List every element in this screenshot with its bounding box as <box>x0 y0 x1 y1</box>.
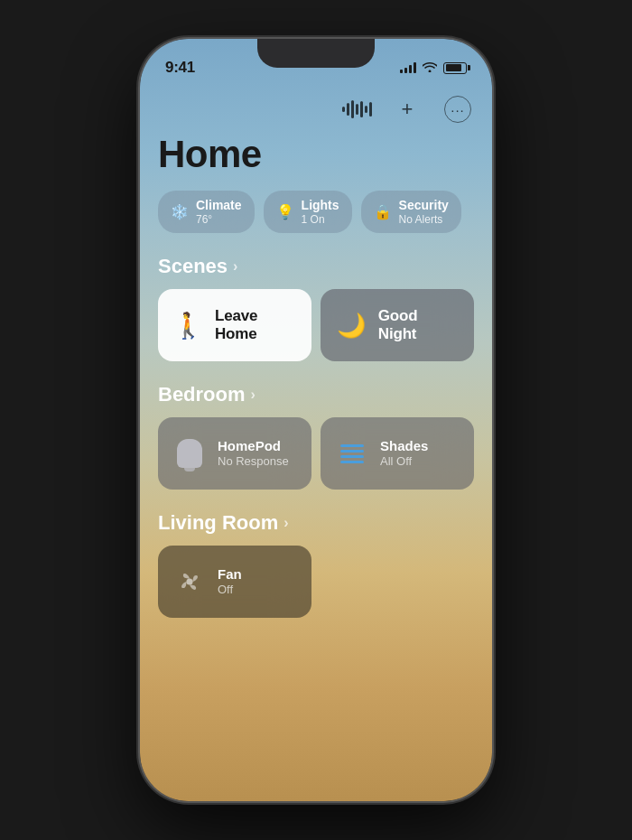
signal-icon <box>400 62 416 73</box>
fan-card[interactable]: Fan Off <box>158 546 311 618</box>
fan-name: Fan <box>218 565 242 583</box>
leave-home-icon: 🚶 <box>172 311 204 341</box>
homepod-status: No Response <box>218 454 289 470</box>
status-icons <box>400 61 467 75</box>
phone-frame: 9:41 <box>140 39 492 801</box>
security-icon: 🔒 <box>374 203 392 220</box>
waveform-icon <box>342 100 372 118</box>
shades-icon-container <box>335 436 369 471</box>
homepod-info: HomePod No Response <box>218 437 289 470</box>
security-label: Security <box>399 198 449 213</box>
more-icon: ··· <box>444 96 471 123</box>
bedroom-section-header[interactable]: Bedroom › <box>140 379 492 417</box>
homepod-name: HomePod <box>218 437 289 455</box>
security-text: Security No Alerts <box>399 198 449 226</box>
add-button[interactable]: + <box>391 93 423 126</box>
scenes-section-header[interactable]: Scenes › <box>140 251 492 289</box>
fan-icon-container <box>172 565 207 599</box>
fan-status: Off <box>218 583 242 598</box>
bedroom-grid: HomePod No Response Shades <box>140 417 492 508</box>
living-room-grid: Fan Off <box>140 546 492 636</box>
shades-name: Shades <box>380 437 428 455</box>
status-time: 9:41 <box>165 59 195 77</box>
scenes-grid: 🚶 Leave Home 🌙 Good Night <box>140 289 492 379</box>
svg-point-0 <box>186 579 192 585</box>
good-night-icon: 🌙 <box>335 312 367 340</box>
category-chips: ❄️ Climate 76° 💡 Lights 1 On 🔒 <box>140 191 492 251</box>
lights-sub: 1 On <box>302 213 339 226</box>
climate-label: Climate <box>196 198 242 213</box>
climate-text: Climate 76° <box>196 198 242 226</box>
living-room-section-header[interactable]: Living Room › <box>140 508 492 546</box>
content: 9:41 <box>140 39 492 801</box>
fan-icon <box>175 567 204 596</box>
shades-icon <box>340 444 364 463</box>
lights-icon: 💡 <box>276 203 294 220</box>
living-room-title: Living Room <box>158 511 278 535</box>
more-button[interactable]: ··· <box>441 93 474 126</box>
leave-home-card[interactable]: 🚶 Leave Home <box>158 289 311 361</box>
lights-text: Lights 1 On <box>302 198 339 226</box>
chip-climate[interactable]: ❄️ Climate 76° <box>158 191 255 233</box>
wifi-icon <box>423 61 437 75</box>
scenes-title: Scenes <box>158 255 228 278</box>
battery-icon <box>443 62 467 74</box>
waveform-button[interactable] <box>340 93 373 126</box>
shades-info: Shades All Off <box>380 437 428 470</box>
homepod-icon <box>172 436 207 471</box>
security-sub: No Alerts <box>399 213 449 226</box>
chip-security[interactable]: 🔒 Security No Alerts <box>361 191 461 233</box>
chip-lights[interactable]: 💡 Lights 1 On <box>264 191 352 233</box>
good-night-label: Good Night <box>378 307 460 343</box>
bedroom-chevron: › <box>251 387 256 403</box>
living-room-chevron: › <box>283 515 288 531</box>
shades-card[interactable]: Shades All Off <box>321 417 474 490</box>
notch <box>257 39 375 68</box>
page-title: Home <box>140 126 492 191</box>
plus-icon: + <box>402 98 414 121</box>
shades-status: All Off <box>380 454 428 470</box>
homepod-card[interactable]: HomePod No Response <box>158 417 311 490</box>
phone-screen: 9:41 <box>140 39 492 801</box>
bedroom-title: Bedroom <box>158 383 246 406</box>
scenes-chevron: › <box>233 258 237 275</box>
leave-home-label: Leave Home <box>215 307 297 343</box>
lights-label: Lights <box>302 198 339 213</box>
climate-icon: ❄️ <box>171 203 189 220</box>
climate-sub: 76° <box>196 213 242 226</box>
fan-info: Fan Off <box>218 565 242 598</box>
good-night-card[interactable]: 🌙 Good Night <box>321 289 474 361</box>
top-actions: + ··· <box>140 84 492 126</box>
